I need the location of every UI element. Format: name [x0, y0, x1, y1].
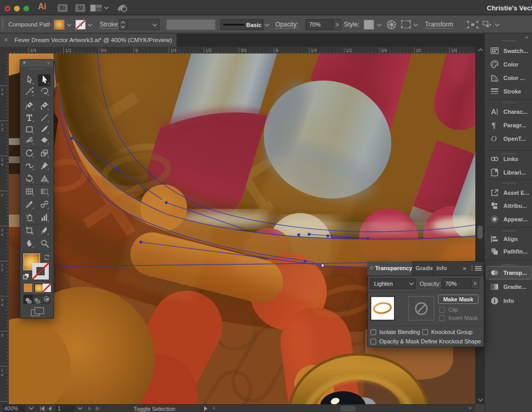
svg-text:1: 1	[1, 263, 3, 268]
svg-text:3: 3	[1, 298, 3, 302]
svg-text:1/2: 1/2	[346, 48, 352, 53]
svg-text:3: 3	[1, 157, 3, 162]
svg-text:8: 8	[136, 48, 138, 53]
svg-text:1/2: 1/2	[65, 48, 72, 53]
svg-text:2: 2	[1, 127, 3, 132]
svg-text:1: 1	[1, 228, 3, 232]
svg-text:4: 4	[1, 162, 3, 167]
svg-text:3/4: 3/4	[381, 48, 387, 53]
svg-text:1/4: 1/4	[311, 48, 317, 53]
svg-text:1: 1	[1, 368, 3, 373]
svg-text:3: 3	[1, 333, 3, 338]
svg-text:1/2: 1/2	[206, 48, 212, 53]
svg-text:¶: ¶	[491, 121, 496, 129]
svg-text:3/4: 3/4	[100, 48, 107, 53]
svg-text:1/4: 1/4	[170, 48, 177, 53]
svg-text:4: 4	[1, 232, 3, 237]
svg-text:1: 1	[1, 87, 3, 92]
svg-text:O: O	[491, 135, 497, 143]
svg-text:4: 4	[1, 92, 3, 97]
svg-text:1: 1	[1, 123, 3, 127]
svg-text:1/4: 1/4	[30, 48, 36, 53]
svg-text:1/4: 1/4	[451, 48, 457, 53]
svg-text:4: 4	[1, 373, 3, 377]
svg-text:4: 4	[1, 302, 3, 307]
svg-text:A: A	[491, 108, 496, 116]
svg-text:9: 9	[276, 48, 278, 53]
svg-text:3/4: 3/4	[241, 48, 247, 53]
svg-text:2: 2	[1, 193, 3, 197]
svg-text:2: 2	[1, 268, 3, 272]
svg-text:10: 10	[416, 48, 421, 53]
